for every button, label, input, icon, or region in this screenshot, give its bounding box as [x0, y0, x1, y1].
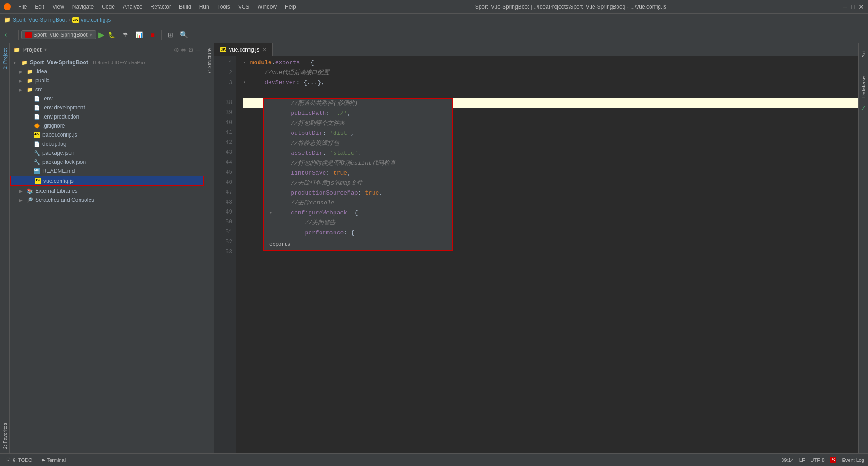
- tab-structure[interactable]: 7: Structure: [205, 43, 213, 79]
- close-button[interactable]: ✕: [858, 4, 864, 10]
- menu-vcs[interactable]: VCS: [235, 3, 253, 11]
- structure-tab-panel: 7: Structure: [204, 43, 214, 453]
- menu-help[interactable]: Help: [281, 3, 300, 11]
- popup-line-47: lintOnSave: true,: [264, 168, 452, 178]
- tree-babel-config[interactable]: ▶ JS babel.config.js: [10, 130, 204, 139]
- breadcrumb-project[interactable]: Sport_Vue-SpringBoot: [13, 17, 67, 23]
- toolbar-separator-2: [161, 30, 162, 40]
- menu-window[interactable]: Window: [254, 3, 280, 11]
- tree-root[interactable]: ▾ 📁 Sport_Vue-SpringBoot D:\IntelliJ IDE…: [10, 58, 204, 67]
- popup-line-51: ▾ configureWebpack: {: [264, 208, 452, 218]
- editor-tabs: JS vue.config.js ✕: [214, 43, 858, 56]
- encoding: UTF-8: [811, 457, 825, 463]
- structure-button[interactable]: ⊞: [165, 29, 176, 41]
- menu-navigate[interactable]: Navigate: [69, 3, 97, 11]
- breadcrumb: 📁 Sport_Vue-SpringBoot › JS vue.config.j…: [0, 14, 868, 26]
- tree-scratches[interactable]: ▶ 🔎 Scratches and Consoles: [10, 195, 204, 204]
- tree-public[interactable]: ▶ 📁 public: [10, 76, 204, 85]
- back-button[interactable]: ⟵: [4, 29, 15, 41]
- tree-package-lock-json[interactable]: ▶ 🔧 package-lock.json: [10, 157, 204, 166]
- editor-tab-label: vue.config.js: [229, 47, 259, 53]
- scratches-label: Scratches and Consoles: [35, 197, 94, 203]
- search-everywhere-button[interactable]: 🔍: [178, 29, 190, 41]
- fold-marker-1[interactable]: ▾: [243, 58, 250, 68]
- tree-src[interactable]: ▶ 📁 src: [10, 85, 204, 94]
- menu-run[interactable]: Run: [196, 3, 213, 11]
- todo-icon: ☑: [6, 457, 11, 463]
- tree-gitignore[interactable]: ▶ 🔶 .gitignore: [10, 121, 204, 130]
- tree-vue-config[interactable]: ▶ JS vue.config.js: [10, 176, 204, 186]
- tab-js-icon: JS: [220, 47, 226, 52]
- tab-close-button[interactable]: ✕: [262, 47, 267, 53]
- menu-build[interactable]: Build: [175, 3, 195, 11]
- code-line-38: [243, 88, 858, 98]
- tree-idea[interactable]: ▶ 📁 .idea: [10, 67, 204, 76]
- settings-button[interactable]: ⚙: [188, 46, 194, 53]
- tree-env-dev[interactable]: ▶ 📄 .env.development: [10, 103, 204, 112]
- code-line-2: //vue代理后端接口配置: [243, 68, 858, 78]
- collapse-all-button[interactable]: ⇔: [181, 46, 186, 53]
- fold-marker-3[interactable]: ▾: [243, 78, 250, 88]
- event-log[interactable]: Event Log: [842, 457, 864, 463]
- terminal-icon: ▶: [42, 457, 45, 463]
- tree-readme[interactable]: ▶ MD README.md: [10, 166, 204, 176]
- menu-tools[interactable]: Tools: [214, 3, 234, 11]
- popup-line-40: //配置公共路径(必须的): [264, 99, 452, 109]
- breadcrumb-file[interactable]: vue.config.js: [81, 17, 111, 23]
- sync-files-button[interactable]: ⊕: [174, 46, 179, 53]
- menu-file[interactable]: File: [14, 3, 30, 11]
- run-config-selector[interactable]: Sport_Vue-SpringBoot ▾: [21, 30, 96, 39]
- popup-line-46: //打包的时候是否取消eslint代码检查: [264, 158, 452, 168]
- tree-package-json[interactable]: ▶ 🔧 package.json: [10, 148, 204, 157]
- minimize-button[interactable]: ─: [842, 4, 848, 10]
- maximize-button[interactable]: □: [850, 4, 856, 10]
- commit-check-button[interactable]: ✓: [860, 104, 866, 113]
- toolbar: ⟵ Sport_Vue-SpringBoot ▾ ▶ 🐛 ☂ 📊 ■ ⊞ 🔍: [0, 26, 868, 43]
- popup-line-44: //将静态资源打包: [264, 138, 452, 148]
- tree-env-prod[interactable]: ▶ 📄 .env.production: [10, 112, 204, 121]
- profile-button[interactable]: 📊: [133, 29, 145, 41]
- encoding-warning: S: [830, 457, 837, 463]
- run-with-coverage-button[interactable]: ☂: [120, 29, 132, 41]
- tab-todo[interactable]: ☑ 6: TODO: [4, 456, 35, 464]
- popup-line-53: performance: {: [264, 228, 452, 238]
- fold-marker-51[interactable]: ▾: [269, 208, 277, 218]
- toolbar-separator-1: [18, 30, 19, 40]
- tree-env[interactable]: ▶ 📄 .env: [10, 94, 204, 103]
- code-line-1: ▾ module.exports = {: [243, 58, 858, 68]
- editor-content[interactable]: 1 2 3 38 39 40 41 42 43 44 45 46 47 48 4…: [214, 56, 858, 453]
- menu-view[interactable]: View: [49, 3, 68, 11]
- editor-tab-vue-config[interactable]: JS vue.config.js ✕: [214, 43, 273, 56]
- sidebar: 📁 Project ▾ ⊕ ⇔ ⚙ ─ ▾ 📁 Sport_Vue-Spring…: [10, 43, 204, 453]
- minimize-sidebar-button[interactable]: ─: [196, 46, 200, 53]
- menu-refactor[interactable]: Refactor: [147, 3, 175, 11]
- menu-analyze[interactable]: Analyze: [119, 3, 146, 11]
- line-ending: LF: [799, 457, 805, 463]
- popup-line-48: //去除打包后js的map文件: [264, 178, 452, 188]
- stop-button[interactable]: ■: [147, 29, 159, 41]
- popup-line-41: publicPath: './',: [264, 109, 452, 119]
- code-area[interactable]: ▾ module.exports = { //vue代理后端接口配置 ▾ dev…: [236, 56, 858, 453]
- debug-button[interactable]: 🐛: [106, 29, 118, 41]
- tab-terminal[interactable]: ▶ Terminal: [39, 456, 69, 464]
- menu-code[interactable]: Code: [98, 3, 118, 11]
- autocomplete-popup: //配置公共路径(必须的) publicPath: './', //打包到哪个文…: [263, 98, 453, 251]
- cursor-position: 39:14: [781, 457, 794, 463]
- run-button[interactable]: ▶: [98, 30, 104, 40]
- status-right: 39:14 LF UTF-8 S Event Log: [781, 457, 864, 463]
- sidebar-header: 📁 Project ▾ ⊕ ⇔ ⚙ ─: [10, 43, 204, 56]
- sidebar-title: Project: [23, 47, 42, 53]
- menu-bar: File Edit View Navigate Code Analyze Ref…: [14, 3, 300, 11]
- popup-line-50: //去除console: [264, 198, 452, 208]
- sidebar-actions: ⊕ ⇔ ⚙ ─: [174, 46, 200, 53]
- menu-edit[interactable]: Edit: [31, 3, 48, 11]
- tree-external-libs[interactable]: ▶ 📚 External Libraries: [10, 186, 204, 195]
- line-numbers: 1 2 3 38 39 40 41 42 43 44 45 46 47 48 4…: [214, 56, 236, 453]
- tab-database[interactable]: Database: [859, 71, 868, 102]
- tab-project[interactable]: 1: Project: [1, 43, 9, 74]
- tab-favorites[interactable]: 2: Favorites: [1, 418, 9, 453]
- tree-debug-log[interactable]: ▶ 📄 debug.log: [10, 139, 204, 148]
- tab-ant[interactable]: Ant: [859, 45, 868, 62]
- popup-line-49: productionSourceMap: true,: [264, 188, 452, 198]
- right-vertical-tabs: Ant Database ✓: [858, 43, 868, 453]
